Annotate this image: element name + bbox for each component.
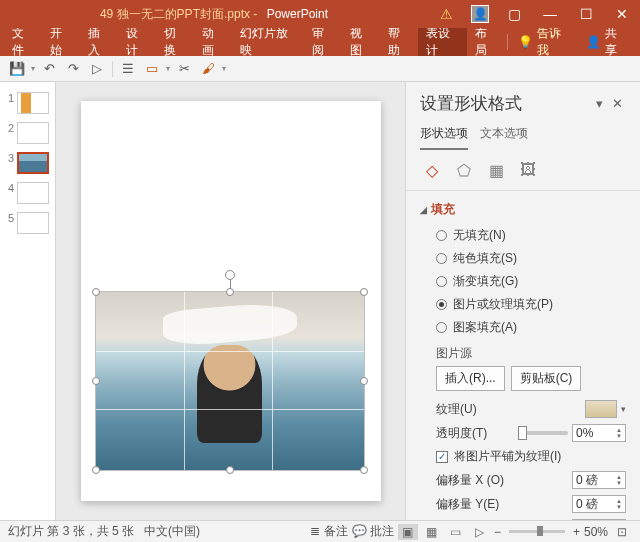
tab-animations[interactable]: 动画 — [194, 28, 232, 56]
spinner-arrows[interactable]: ▲▼ — [616, 427, 622, 439]
notes-button[interactable]: ≣ 备注 — [310, 523, 347, 540]
slide-num: 2 — [4, 122, 14, 134]
resize-handle-e[interactable] — [360, 377, 368, 385]
resize-handle-ne[interactable] — [360, 288, 368, 296]
undo-button[interactable]: ↶ — [38, 59, 60, 79]
texture-row: 纹理(U) ▾ — [406, 397, 640, 421]
zoom-level[interactable]: 50% — [584, 525, 608, 539]
account-button[interactable]: 👤 — [464, 0, 496, 28]
size-properties-icon[interactable]: ▦ — [484, 158, 508, 182]
tab-insert[interactable]: 插入 — [80, 28, 118, 56]
resize-handle-sw[interactable] — [92, 466, 100, 474]
close-button[interactable]: ✕ — [604, 0, 640, 28]
cut-button[interactable]: ✂ — [173, 59, 195, 79]
texture-picker[interactable] — [585, 400, 617, 418]
offset-y-row: 偏移量 Y(E)0 磅▲▼ — [406, 492, 640, 516]
tab-layout[interactable]: 布局 — [467, 28, 505, 56]
resize-handle-n[interactable] — [226, 288, 234, 296]
save-button[interactable]: 💾 — [6, 59, 28, 79]
spinner-arrows[interactable]: ▲▼ — [616, 498, 622, 510]
start-from-beginning-button[interactable]: ▷ — [86, 59, 108, 79]
tab-transitions[interactable]: 切换 — [156, 28, 194, 56]
format-shape-panel: 设置形状格式 ▾ ✕ 形状选项 文本选项 ◇ ⬠ ▦ 🖼 ◢填充 无填充(N) … — [405, 82, 640, 520]
sorter-view-button[interactable]: ▦ — [422, 524, 442, 540]
slide-thumb-5[interactable]: 5 — [0, 208, 55, 238]
zoom-in-button[interactable]: + — [573, 525, 580, 539]
radio-picture-fill[interactable]: 图片或纹理填充(P) — [406, 293, 640, 316]
ribbon-display-button[interactable]: ▢ — [496, 0, 532, 28]
picture-icon[interactable]: 🖼 — [516, 158, 540, 182]
filename: 49 独一无二的PPT封面.pptx — [100, 7, 250, 21]
slide-thumb-3[interactable]: 3 — [0, 148, 55, 178]
tile-checkbox-row[interactable]: ✓将图片平铺为纹理(I) — [406, 445, 640, 468]
minimize-button[interactable]: ― — [532, 0, 568, 28]
language-indicator[interactable]: 中文(中国) — [144, 523, 200, 540]
fit-window-button[interactable]: ⊡ — [612, 524, 632, 540]
tab-table-design[interactable]: 表设计 — [418, 28, 467, 56]
tab-review[interactable]: 审阅 — [304, 28, 342, 56]
radio-icon — [436, 230, 447, 241]
resize-handle-w[interactable] — [92, 377, 100, 385]
touch-mode-button[interactable]: ☰ — [117, 59, 139, 79]
slide-thumbnail-panel[interactable]: 1 2 3 4 5 — [0, 82, 56, 520]
tab-help[interactable]: 帮助 — [380, 28, 418, 56]
tab-design[interactable]: 设计 — [118, 28, 156, 56]
transparency-spinner[interactable]: 0%▲▼ — [572, 424, 626, 442]
insert-picture-button[interactable]: 插入(R)... — [436, 366, 505, 391]
current-slide[interactable] — [81, 101, 381, 501]
tab-view[interactable]: 视图 — [342, 28, 380, 56]
resize-handle-se[interactable] — [360, 466, 368, 474]
slide-preview — [17, 182, 49, 204]
slideshow-view-button[interactable]: ▷ — [470, 524, 490, 540]
spinner-arrows[interactable]: ▲▼ — [616, 474, 622, 486]
slide-canvas[interactable] — [56, 82, 405, 520]
offset-y-spinner[interactable]: 0 磅▲▼ — [572, 495, 626, 513]
section-fill[interactable]: ◢填充 — [406, 195, 640, 224]
transparency-row: 透明度(T) 0%▲▼ — [406, 421, 640, 445]
tab-slideshow[interactable]: 幻灯片放映 — [232, 28, 303, 56]
reading-view-button[interactable]: ▭ — [446, 524, 466, 540]
resize-handle-s[interactable] — [226, 466, 234, 474]
maximize-button[interactable]: ☐ — [568, 0, 604, 28]
radio-label: 图片或纹理填充(P) — [453, 296, 553, 313]
normal-view-button[interactable]: ▣ — [398, 524, 418, 540]
panel-body[interactable]: ◢填充 无填充(N) 纯色填充(S) 渐变填充(G) 图片或纹理填充(P) 图案… — [406, 191, 640, 520]
redo-button[interactable]: ↷ — [62, 59, 84, 79]
share-button[interactable]: 👤共享 — [576, 25, 636, 59]
panel-options-button[interactable]: ▾ — [590, 96, 608, 111]
selected-shape[interactable] — [95, 291, 365, 471]
share-label: 共享 — [605, 25, 626, 59]
radio-gradient-fill[interactable]: 渐变填充(G) — [406, 270, 640, 293]
radio-pattern-fill[interactable]: 图案填充(A) — [406, 316, 640, 339]
slide-thumb-1[interactable]: 1 — [0, 88, 55, 118]
rotate-handle[interactable] — [225, 270, 235, 280]
new-slide-dropdown[interactable]: ▾ — [165, 59, 171, 79]
panel-close-button[interactable]: ✕ — [608, 96, 626, 111]
radio-icon — [436, 253, 447, 264]
qat-more[interactable]: ▾ — [221, 59, 227, 79]
comments-button[interactable]: 💬 批注 — [352, 523, 394, 540]
fill-line-icon[interactable]: ◇ — [420, 158, 444, 182]
tab-text-options[interactable]: 文本选项 — [480, 125, 528, 150]
zoom-out-button[interactable]: − — [494, 525, 501, 539]
dropdown-icon[interactable]: ▾ — [621, 404, 626, 414]
warning-icon[interactable]: ⚠ — [428, 0, 464, 28]
clipboard-button[interactable]: 剪贴板(C) — [511, 366, 582, 391]
effects-icon[interactable]: ⬠ — [452, 158, 476, 182]
format-painter-button[interactable]: 🖌 — [197, 59, 219, 79]
slide-counter[interactable]: 幻灯片 第 3 张，共 5 张 — [8, 523, 134, 540]
save-dropdown[interactable]: ▾ — [30, 59, 36, 79]
tab-shape-options[interactable]: 形状选项 — [420, 125, 468, 150]
tell-me[interactable]: 💡告诉我 — [510, 28, 577, 56]
transparency-slider[interactable] — [518, 431, 568, 435]
slide-thumb-4[interactable]: 4 — [0, 178, 55, 208]
radio-no-fill[interactable]: 无填充(N) — [406, 224, 640, 247]
tab-file[interactable]: 文件 — [4, 28, 42, 56]
radio-solid-fill[interactable]: 纯色填充(S) — [406, 247, 640, 270]
resize-handle-nw[interactable] — [92, 288, 100, 296]
slide-thumb-2[interactable]: 2 — [0, 118, 55, 148]
new-slide-button[interactable]: ▭ — [141, 59, 163, 79]
offset-x-spinner[interactable]: 0 磅▲▼ — [572, 471, 626, 489]
tab-home[interactable]: 开始 — [42, 28, 80, 56]
zoom-slider[interactable] — [509, 530, 565, 533]
